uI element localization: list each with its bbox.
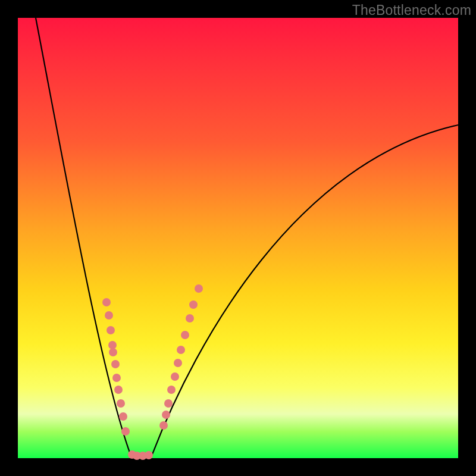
svg-point-8 xyxy=(117,399,125,408)
svg-point-4 xyxy=(109,348,117,356)
scatter-dots-left xyxy=(102,298,130,436)
svg-point-19 xyxy=(186,314,194,322)
svg-point-0 xyxy=(102,298,111,306)
chart-frame: TheBottleneck.com xyxy=(0,0,476,476)
svg-point-18 xyxy=(181,331,189,339)
bottleneck-curve xyxy=(36,18,458,456)
svg-point-16 xyxy=(174,359,182,367)
watermark-text: TheBottleneck.com xyxy=(352,2,471,18)
svg-point-7 xyxy=(114,386,123,394)
svg-point-15 xyxy=(171,372,179,381)
chart-svg xyxy=(18,18,458,458)
svg-point-20 xyxy=(189,300,198,309)
svg-point-25 xyxy=(145,451,153,459)
plot-area xyxy=(18,18,458,458)
svg-point-1 xyxy=(105,311,113,320)
svg-point-12 xyxy=(162,411,170,419)
svg-point-2 xyxy=(107,326,115,334)
svg-point-11 xyxy=(159,421,168,430)
svg-point-6 xyxy=(112,374,121,382)
svg-point-21 xyxy=(195,284,203,293)
scatter-dots-right xyxy=(159,284,203,430)
svg-point-17 xyxy=(177,346,185,354)
svg-point-14 xyxy=(167,386,176,394)
svg-point-9 xyxy=(119,412,127,421)
svg-point-13 xyxy=(164,399,173,408)
svg-point-5 xyxy=(111,360,120,368)
svg-point-3 xyxy=(108,341,117,349)
svg-point-10 xyxy=(121,427,130,436)
scatter-dots-bottom xyxy=(128,450,153,460)
